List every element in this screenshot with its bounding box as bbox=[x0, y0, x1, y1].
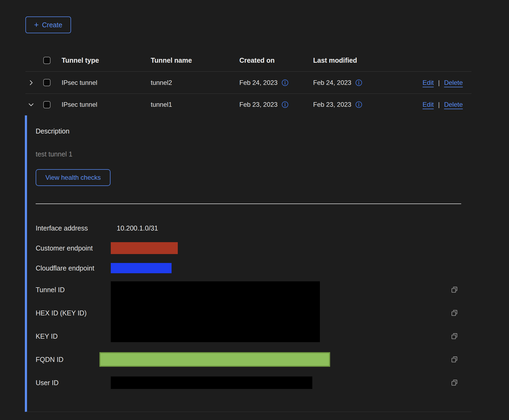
chevron-right-icon[interactable] bbox=[28, 79, 35, 86]
last-modified-cell: Feb 23, 2023 bbox=[313, 101, 351, 108]
interface-address-value: 10.200.1.0/31 bbox=[117, 224, 158, 232]
tunnel-name-cell: tunnel2 bbox=[151, 79, 239, 86]
header-tunnel-name: Tunnel name bbox=[151, 56, 239, 64]
view-health-checks-button[interactable]: View health checks bbox=[36, 169, 110, 186]
row-checkbox[interactable] bbox=[43, 101, 51, 108]
last-modified-cell: Feb 24, 2023 bbox=[313, 79, 351, 86]
info-icon[interactable] bbox=[282, 79, 289, 86]
row-checkbox[interactable] bbox=[43, 79, 51, 86]
customer-endpoint-redaction bbox=[111, 242, 178, 254]
info-icon[interactable] bbox=[282, 101, 289, 108]
user-id-redaction bbox=[111, 376, 312, 389]
tunnel-name-cell: tunnel1 bbox=[151, 101, 239, 108]
detail-divider bbox=[36, 204, 461, 204]
copy-icon[interactable] bbox=[451, 379, 458, 386]
delete-link[interactable]: Delete bbox=[444, 101, 463, 108]
created-on-cell: Feb 24, 2023 bbox=[239, 79, 277, 86]
description-label: Description bbox=[36, 127, 471, 135]
create-button[interactable]: + Create bbox=[25, 16, 71, 33]
copy-icon[interactable] bbox=[451, 356, 458, 363]
action-separator: | bbox=[438, 79, 440, 86]
cloudflare-endpoint-label: Cloudflare endpoint bbox=[36, 258, 117, 278]
action-separator: | bbox=[438, 101, 440, 108]
header-last-modified: Last modified bbox=[313, 56, 389, 64]
info-icon[interactable] bbox=[355, 79, 362, 86]
edit-link[interactable]: Edit bbox=[423, 101, 434, 108]
table-row-tunnel1: IPsec tunnel tunnel1 Feb 23, 2023 Feb 23… bbox=[25, 94, 471, 115]
created-on-cell: Feb 23, 2023 bbox=[239, 101, 277, 108]
info-icon[interactable] bbox=[355, 101, 362, 108]
header-created-on: Created on bbox=[239, 56, 313, 64]
tunnel-type-cell: IPsec tunnel bbox=[62, 101, 151, 108]
table-header-row: Tunnel type Tunnel name Created on Last … bbox=[25, 49, 471, 72]
delete-link[interactable]: Delete bbox=[444, 79, 463, 86]
tunnel-id-label: Tunnel ID bbox=[36, 278, 117, 301]
description-value: test tunnel 1 bbox=[36, 150, 471, 158]
header-tunnel-type: Tunnel type bbox=[62, 56, 151, 64]
header-check-cell bbox=[43, 57, 62, 64]
tunnel-id-redaction bbox=[111, 281, 320, 342]
cloudflare-endpoint-redaction bbox=[111, 263, 172, 273]
copy-icon[interactable] bbox=[451, 286, 458, 294]
fqdn-id-redaction bbox=[99, 352, 330, 367]
hex-id-label: HEX ID (KEY ID) bbox=[36, 301, 117, 325]
tunnel-detail-panel: Description test tunnel 1 View health ch… bbox=[25, 115, 471, 412]
create-button-label: Create bbox=[42, 21, 62, 29]
copy-icon[interactable] bbox=[451, 332, 458, 340]
customer-endpoint-label: Customer endpoint bbox=[36, 238, 117, 258]
tunnels-page: + Create Tunnel type Tunnel name Created… bbox=[25, 0, 471, 412]
chevron-down-icon[interactable] bbox=[28, 101, 35, 108]
tunnel-fields: Interface address 10.200.1.0/31 Customer… bbox=[36, 218, 471, 394]
user-id-label: User ID bbox=[36, 371, 117, 394]
tunnel-type-cell: IPsec tunnel bbox=[62, 79, 151, 86]
copy-icon[interactable] bbox=[451, 309, 458, 317]
plus-icon: + bbox=[34, 21, 39, 29]
key-id-label: KEY ID bbox=[36, 325, 117, 348]
select-all-checkbox[interactable] bbox=[43, 57, 51, 64]
interface-address-label: Interface address bbox=[36, 218, 117, 238]
edit-link[interactable]: Edit bbox=[423, 79, 434, 86]
tunnels-table: Tunnel type Tunnel name Created on Last … bbox=[25, 49, 471, 412]
table-row-tunnel2: IPsec tunnel tunnel2 Feb 24, 2023 Feb 24… bbox=[25, 72, 471, 94]
